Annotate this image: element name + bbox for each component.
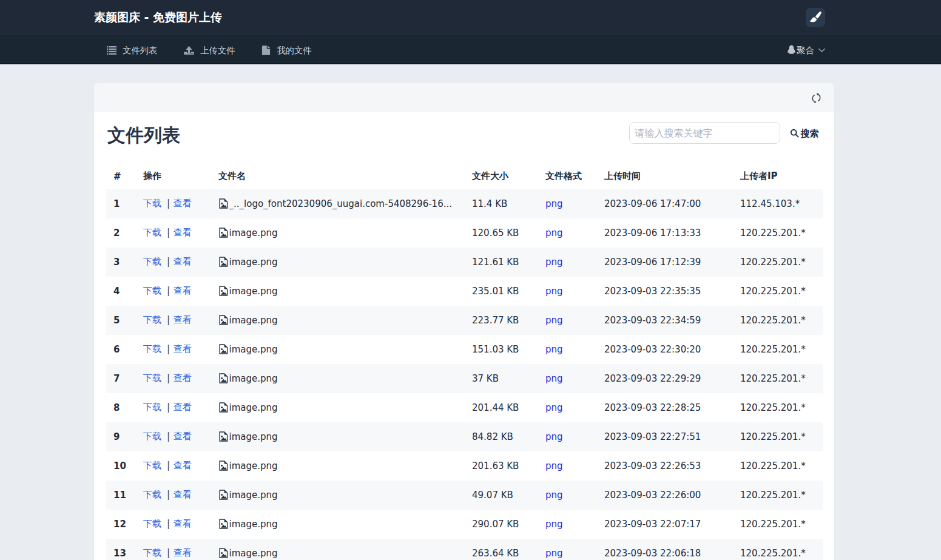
cell-format: png xyxy=(538,422,597,451)
download-link[interactable]: 下载 xyxy=(143,198,161,209)
format-link[interactable]: png xyxy=(545,490,563,501)
view-link[interactable]: 查看 xyxy=(174,198,192,209)
view-link[interactable]: 查看 xyxy=(174,402,192,413)
cell-filename: image.png xyxy=(211,393,465,422)
format-link[interactable]: png xyxy=(545,315,563,326)
cell-ip: 120.225.201.* xyxy=(733,335,823,364)
action-separator: | xyxy=(167,489,170,500)
table-row: 13 下载|查看 image.png 263.64 KB png 2023-09… xyxy=(106,539,823,560)
download-link[interactable]: 下载 xyxy=(143,518,161,529)
cell-filename: image.png xyxy=(211,218,465,248)
cell-ip: 112.45.103.* xyxy=(733,189,823,218)
table-row: 1 下载|查看 _.._logo_font20230906_uugai.com-… xyxy=(106,189,823,218)
view-link[interactable]: 查看 xyxy=(174,547,192,558)
file-image-icon xyxy=(218,373,228,383)
format-link[interactable]: png xyxy=(545,373,563,384)
filename-text[interactable]: image.png xyxy=(229,257,278,268)
format-link[interactable]: png xyxy=(545,198,563,209)
download-link[interactable]: 下载 xyxy=(143,314,161,325)
view-link[interactable]: 查看 xyxy=(174,256,192,267)
file-image-icon xyxy=(218,490,228,500)
view-link[interactable]: 查看 xyxy=(174,373,192,383)
cell-ip: 120.225.201.* xyxy=(733,451,823,481)
cell-format: png xyxy=(538,306,597,335)
table-row: 2 下载|查看 image.png 120.65 KB png 2023-09-… xyxy=(106,218,823,248)
filename-text[interactable]: image.png xyxy=(229,286,278,297)
file-image-icon xyxy=(218,548,228,558)
theme-button[interactable] xyxy=(806,8,825,27)
cell-time: 2023-09-03 22:35:35 xyxy=(597,277,733,306)
nav-item-label: 上传文件 xyxy=(200,45,235,56)
filename-text[interactable]: image.png xyxy=(229,548,278,559)
download-link[interactable]: 下载 xyxy=(143,402,161,413)
search-button-label: 搜索 xyxy=(801,128,819,140)
action-separator: | xyxy=(167,547,170,558)
panel-header xyxy=(94,83,834,112)
filename-text[interactable]: image.png xyxy=(229,315,278,326)
refresh-icon[interactable] xyxy=(811,92,821,104)
cell-index: 3 xyxy=(106,248,136,277)
view-link[interactable]: 查看 xyxy=(174,314,192,325)
download-link[interactable]: 下载 xyxy=(143,256,161,267)
view-link[interactable]: 查看 xyxy=(174,285,192,296)
cell-actions: 下载|查看 xyxy=(136,277,211,306)
cell-ip: 120.225.201.* xyxy=(733,218,823,248)
col-name: 文件名 xyxy=(211,164,465,189)
filename-cell-content: image.png xyxy=(218,286,460,297)
view-link[interactable]: 查看 xyxy=(174,343,192,354)
view-link[interactable]: 查看 xyxy=(174,460,192,471)
cell-time: 2023-09-06 17:13:33 xyxy=(597,218,733,248)
cell-time: 2023-09-06 17:12:39 xyxy=(597,248,733,277)
search-button[interactable]: 搜索 xyxy=(790,128,819,140)
format-link[interactable]: png xyxy=(545,228,563,238)
view-link[interactable]: 查看 xyxy=(174,431,192,442)
topbar: 素颜图床 - 免费图片上传 xyxy=(0,0,941,35)
download-link[interactable]: 下载 xyxy=(143,547,161,558)
filename-text[interactable]: image.png xyxy=(229,460,278,471)
cell-index: 2 xyxy=(106,218,136,248)
cell-size: 235.01 KB xyxy=(465,277,538,306)
filename-text[interactable]: image.png xyxy=(229,344,278,355)
format-link[interactable]: png xyxy=(545,344,563,355)
filename-text[interactable]: image.png xyxy=(229,402,278,413)
search-input[interactable] xyxy=(629,122,780,144)
cell-filename: image.png xyxy=(211,510,465,539)
format-link[interactable]: png xyxy=(545,286,563,297)
cell-size: 201.44 KB xyxy=(465,393,538,422)
format-link[interactable]: png xyxy=(545,460,563,471)
download-link[interactable]: 下载 xyxy=(143,373,161,383)
table-row: 9 下载|查看 image.png 84.82 KB png 2023-09-0… xyxy=(106,422,823,451)
format-link[interactable]: png xyxy=(545,548,563,559)
download-link[interactable]: 下载 xyxy=(143,227,161,238)
filename-text[interactable]: image.png xyxy=(229,431,278,442)
filename-text[interactable]: image.png xyxy=(229,228,278,238)
cell-filename: image.png xyxy=(211,481,465,510)
cell-format: png xyxy=(538,539,597,560)
nav-item-label: 我的文件 xyxy=(277,45,312,56)
nav-item-my-files[interactable]: 我的文件 xyxy=(261,45,312,56)
cell-format: png xyxy=(538,393,597,422)
format-link[interactable]: png xyxy=(545,519,563,530)
filename-text[interactable]: _.._logo_font20230906_uugai.com-5408296-… xyxy=(229,198,453,209)
filename-text[interactable]: image.png xyxy=(229,490,278,501)
download-link[interactable]: 下载 xyxy=(143,343,161,354)
download-link[interactable]: 下载 xyxy=(143,489,161,500)
nav-item-upload[interactable]: 上传文件 xyxy=(184,45,235,56)
table-row: 7 下载|查看 image.png 37 KB png 2023-09-03 2… xyxy=(106,364,823,393)
view-link[interactable]: 查看 xyxy=(174,518,192,529)
view-link[interactable]: 查看 xyxy=(174,227,192,238)
format-link[interactable]: png xyxy=(545,431,563,442)
format-link[interactable]: png xyxy=(545,257,563,268)
filename-text[interactable]: image.png xyxy=(229,519,278,530)
file-image-icon xyxy=(218,431,228,442)
view-link[interactable]: 查看 xyxy=(174,489,192,500)
format-link[interactable]: png xyxy=(545,402,563,413)
nav-item-file-list[interactable]: 文件列表 xyxy=(107,45,158,56)
user-menu[interactable]: 聚合 xyxy=(787,45,825,56)
download-link[interactable]: 下载 xyxy=(143,460,161,471)
table-row: 5 下载|查看 image.png 223.77 KB png 2023-09-… xyxy=(106,306,823,335)
download-link[interactable]: 下载 xyxy=(143,431,161,442)
table-row: 12 下载|查看 image.png 290.07 KB png 2023-09… xyxy=(106,510,823,539)
download-link[interactable]: 下载 xyxy=(143,285,161,296)
filename-text[interactable]: image.png xyxy=(229,373,278,384)
